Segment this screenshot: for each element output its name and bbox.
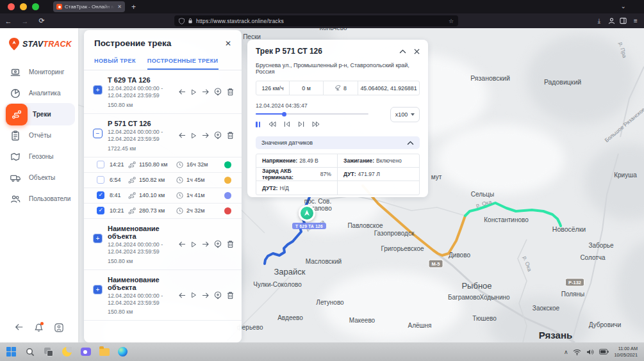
url-text[interactable]: https://www.stavtrack.online/tracks — [196, 18, 445, 24]
bookmark-star-icon[interactable]: ☆ — [449, 18, 454, 24]
prev-point-icon[interactable] — [179, 293, 186, 298]
playback-speed-select[interactable]: x100 — [390, 107, 420, 122]
tab-built-tracks[interactable]: ПОСТРОЕННЫЕ ТРЕКИ — [147, 54, 219, 70]
step-forward-button[interactable] — [298, 121, 304, 127]
start-button[interactable] — [5, 346, 17, 358]
sensors-section-header[interactable]: Значения датчиков — [256, 136, 420, 149]
expand-toggle[interactable]: + — [93, 234, 103, 243]
clock-icon — [176, 177, 183, 184]
panel-tabs: НОВЫЙ ТРЕК ПОСТРОЕННЫЕ ТРЕКИ — [84, 54, 242, 70]
track-segment-row[interactable]: 10:21 280.73 км 2ч 32м — [84, 204, 242, 219]
delete-track-icon[interactable] — [227, 131, 234, 140]
browser-tab[interactable]: СтавТрак - Онлайн мониторин ✕ — [53, 1, 125, 12]
menu-icon[interactable]: ≡ — [631, 17, 640, 24]
tab-close-icon[interactable]: ✕ — [117, 4, 122, 10]
window-controls[interactable] — [8, 3, 39, 10]
collapse-panel-icon[interactable] — [399, 49, 406, 54]
focus-track-icon[interactable] — [214, 240, 222, 248]
window-close-button[interactable] — [8, 3, 15, 10]
pause-button[interactable] — [256, 122, 260, 127]
next-point-icon[interactable] — [202, 241, 209, 247]
prev-point-icon[interactable] — [179, 241, 186, 247]
segment-checkbox[interactable] — [97, 161, 104, 168]
expand-toggle[interactable]: + — [93, 85, 103, 95]
track-item[interactable]: + Наименование объекта 12.04.2024 00:00:… — [84, 270, 242, 321]
rewind-button[interactable] — [268, 121, 276, 127]
tabs-dropdown-icon[interactable]: ⌄ — [621, 3, 626, 10]
sidebar-item-analytics[interactable]: Аналитика — [0, 83, 78, 104]
address-bar[interactable]: https://www.stavtrack.online/tracks ☆ — [174, 15, 458, 26]
taskbar-clock[interactable]: 11:00 AM 10/05/2021 — [614, 346, 638, 358]
play-track-icon[interactable] — [191, 89, 197, 95]
play-track-icon[interactable] — [191, 292, 197, 298]
track-item[interactable]: − Р 571 СТ 126 12.04.2024 00:00:00 - 12.… — [84, 114, 242, 157]
sidebar-item-label: Аналитика — [29, 90, 61, 97]
delete-track-icon[interactable] — [227, 88, 234, 96]
sidebar-item-tracks[interactable]: Треки — [0, 104, 78, 125]
play-track-icon[interactable] — [191, 241, 197, 248]
sidebar-item-objects[interactable]: Объекты — [0, 167, 78, 188]
focus-track-icon[interactable] — [214, 131, 222, 140]
collapse-toggle[interactable]: − — [93, 129, 103, 138]
account-icon[interactable] — [608, 17, 615, 24]
browser-forward-button[interactable]: → — [17, 17, 33, 25]
segment-time: 8:41 — [110, 192, 127, 198]
sidebar-toggle-icon[interactable] — [620, 17, 627, 24]
slider-handle[interactable] — [282, 112, 286, 116]
collapse-sidebar-icon[interactable] — [15, 323, 24, 331]
expand-toggle[interactable]: + — [93, 285, 103, 294]
track-item[interactable]: + Наименование объекта 12.04.2024 00:00:… — [84, 219, 242, 270]
tray-chevron-icon[interactable]: ∧ — [564, 349, 568, 355]
sidebar-item-geozones[interactable]: Геозоны — [0, 146, 78, 167]
track-segment-row[interactable]: 8:41 140.10 км 1ч 41м — [84, 188, 242, 204]
prev-point-icon[interactable] — [179, 132, 186, 138]
track-item[interactable]: + Т 629 ТА 126 12.04.2024 00:00:00 - 12.… — [84, 70, 242, 114]
tracking-shield-icon[interactable] — [179, 18, 185, 24]
night-mode-app-icon[interactable] — [61, 346, 73, 358]
window-zoom-button[interactable] — [32, 3, 39, 10]
sidebar-item-reports[interactable]: Отчёты — [0, 125, 78, 146]
delete-track-icon[interactable] — [227, 291, 234, 300]
search-icon[interactable] — [24, 346, 36, 358]
track-segment-row[interactable]: 6:54 150.82 км 1ч 45м — [84, 173, 242, 188]
notifications-bell-icon[interactable] — [35, 323, 43, 335]
segment-checkbox[interactable] — [97, 176, 104, 184]
video-app-icon[interactable] — [79, 346, 92, 358]
next-point-icon[interactable] — [202, 132, 209, 138]
focus-track-icon[interactable] — [214, 291, 222, 300]
play-track-icon[interactable] — [191, 132, 197, 139]
vehicle-marker[interactable] — [299, 205, 315, 221]
next-point-icon[interactable] — [202, 293, 209, 298]
browser-back-button[interactable]: ← — [0, 17, 17, 25]
fast-forward-button[interactable] — [312, 121, 320, 127]
prev-point-icon[interactable] — [179, 89, 186, 95]
segment-checkbox[interactable] — [97, 191, 104, 199]
playback-slider[interactable] — [256, 113, 368, 115]
edge-browser-icon[interactable] — [117, 346, 129, 358]
track-segment-row[interactable]: 14:21 1150.80 км 16ч 32м — [84, 157, 242, 173]
task-view-icon[interactable] — [42, 346, 54, 358]
browser-reload-button[interactable]: ⟳ — [33, 17, 50, 25]
delete-track-icon[interactable] — [227, 240, 234, 248]
wifi-icon[interactable] — [573, 349, 581, 355]
downloads-icon[interactable]: ⤓ — [595, 17, 604, 25]
collapse-sensors-icon[interactable] — [407, 141, 414, 145]
vehicle-marker-label[interactable]: Т 629 ТА 126 — [292, 223, 326, 229]
volume-icon[interactable] — [586, 349, 594, 355]
new-tab-button[interactable]: + — [131, 3, 136, 12]
battery-icon[interactable] — [599, 349, 609, 355]
sidebar-item-monitoring[interactable]: Мониторинг — [0, 61, 78, 83]
step-back-button[interactable] — [284, 121, 290, 127]
window-minimize-button[interactable] — [20, 3, 27, 10]
sidebar-item-users[interactable]: Пользователи — [0, 188, 78, 209]
tab-new-track[interactable]: НОВЫЙ ТРЕК — [94, 54, 136, 70]
panel-close-icon[interactable]: ✕ — [225, 39, 231, 48]
profile-icon[interactable] — [54, 323, 63, 332]
close-panel-icon[interactable] — [414, 49, 420, 54]
file-explorer-icon[interactable] — [98, 346, 110, 358]
next-point-icon[interactable] — [202, 89, 209, 95]
lock-icon[interactable] — [188, 18, 193, 24]
segment-checkbox[interactable] — [97, 207, 104, 214]
focus-track-icon[interactable] — [214, 88, 222, 96]
segment-color-dot — [224, 192, 231, 199]
